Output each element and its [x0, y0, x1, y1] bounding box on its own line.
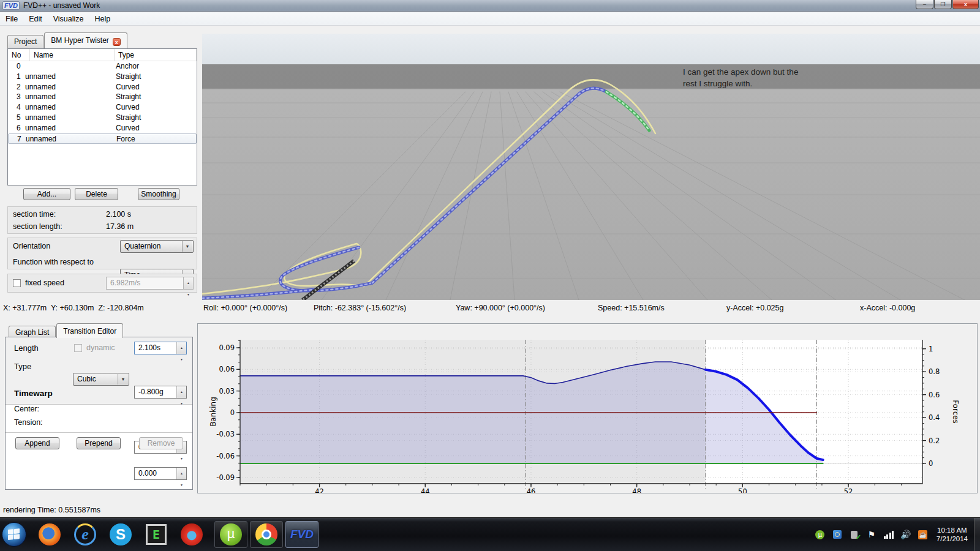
- svg-text:52: 52: [844, 487, 853, 493]
- svg-text:0.03: 0.03: [219, 387, 235, 395]
- menu-bar: FileEditVisualizeHelp: [0, 12, 980, 26]
- y-axis-right-title: Forces: [951, 400, 960, 424]
- table-row[interactable]: 5unnamedStraight: [8, 113, 197, 123]
- tension-input[interactable]: 0.000 ▲▼: [134, 467, 187, 480]
- windows-update-icon[interactable]: [832, 529, 843, 540]
- tab-track[interactable]: BM Hyper Twisterx: [44, 32, 127, 48]
- telemetry-readout: X: +31.777m Y: +60.130m Z: -120.804m Rol…: [0, 301, 980, 316]
- taskbar-button-fvd[interactable]: FVD: [285, 521, 318, 548]
- amount-input[interactable]: -0.800g ▲▼: [134, 386, 187, 399]
- orientation-label: Orientation: [13, 242, 50, 250]
- show-desktop-button[interactable]: [974, 518, 980, 551]
- tab-transition-editor[interactable]: Transition Editor: [56, 323, 123, 338]
- spinner-arrows-icon[interactable]: ▲▼: [176, 342, 186, 354]
- table-row[interactable]: 7unnamedForce: [8, 133, 197, 144]
- svg-text:1: 1: [929, 345, 933, 353]
- usb-eject-icon[interactable]: ✓: [849, 529, 860, 540]
- spinner-arrows-icon[interactable]: ▲▼: [183, 277, 193, 289]
- col-type[interactable]: Type: [115, 49, 197, 61]
- taskbar-button-utorrent[interactable]: µ: [214, 521, 247, 548]
- readout-x-accel: x-Accel: -0.000g: [860, 304, 915, 312]
- col-no[interactable]: No: [8, 49, 30, 61]
- banking-forces-chart: 4244464850520.090.060.030-0.03-0.06-0.09…: [198, 324, 977, 493]
- menu-help[interactable]: Help: [89, 13, 116, 24]
- menu-file[interactable]: File: [0, 13, 23, 24]
- internet-explorer-icon[interactable]: e: [72, 522, 98, 547]
- orientation-box: Orientation Quaternion▼ Function with re…: [7, 238, 197, 269]
- svg-text:50: 50: [738, 487, 747, 493]
- tab-close-icon[interactable]: x: [113, 38, 121, 46]
- table-row[interactable]: 0Anchor: [8, 61, 197, 72]
- torch-browser-icon[interactable]: [179, 522, 205, 547]
- menu-visualize[interactable]: Visualize: [48, 13, 89, 24]
- svg-text:46: 46: [527, 487, 536, 493]
- length-label: Length: [14, 343, 39, 353]
- function-label: Function with respect to: [13, 258, 94, 266]
- fixed-speed-label: fixed speed: [25, 279, 64, 287]
- tab-project[interactable]: Project: [7, 35, 43, 48]
- table-row[interactable]: 4unnamedCurved: [8, 102, 197, 113]
- chevron-down-icon: ▼: [118, 374, 128, 384]
- editor-tab-bar: Graph ListTransition Editor: [9, 323, 124, 338]
- skype-icon[interactable]: S: [108, 522, 134, 547]
- readout-roll: Roll: +0.000° (+0.000°/s): [203, 304, 287, 312]
- clock-time: 10:18 AM: [937, 526, 968, 534]
- readout-position: X: +31.777m Y: +60.130m Z: -120.804m: [3, 304, 144, 312]
- close-button[interactable]: x: [952, 0, 979, 9]
- tension-label: Tension:: [14, 418, 43, 427]
- readout-y-accel: y-Accel: +0.025g: [726, 304, 783, 312]
- menu-edit[interactable]: Edit: [23, 13, 48, 24]
- length-input[interactable]: 2.100s ▲▼: [134, 342, 187, 354]
- restore-button[interactable]: ❐: [934, 0, 952, 9]
- fixed-speed-checkbox[interactable]: [13, 279, 21, 287]
- table-row[interactable]: 2unnamedCurved: [8, 82, 197, 92]
- table-row[interactable]: 3unnamedStraight: [8, 92, 197, 102]
- dynamic-label: dynamic: [86, 343, 115, 352]
- java-update-icon[interactable]: ☕: [918, 529, 929, 540]
- svg-text:0.06: 0.06: [219, 365, 235, 373]
- text-editor-icon[interactable]: E: [143, 522, 169, 547]
- y-axis-left-title: Banking: [209, 397, 217, 427]
- table-row[interactable]: 1unnamedStraight: [8, 72, 197, 82]
- network-signal-icon[interactable]: [883, 529, 894, 540]
- table-row[interactable]: 6unnamedCurved: [8, 123, 197, 133]
- orientation-select[interactable]: Quaternion▼: [120, 240, 194, 253]
- fixed-speed-input[interactable]: 6.982m/s ▲▼: [106, 277, 194, 290]
- viewport-annotation: I can get the apex down but the rest I s…: [683, 66, 854, 89]
- title-bar[interactable]: FVD FVD++ - unsaved Work – ❐ x: [0, 0, 980, 12]
- start-button[interactable]: [1, 522, 27, 547]
- table-header[interactable]: No Name Type: [8, 49, 197, 61]
- dynamic-checkbox[interactable]: [74, 344, 82, 352]
- status-bar: rendering Time: 0.551587ms: [0, 503, 980, 517]
- section-length-label: section length:: [13, 222, 62, 231]
- taskbar-button-chrome[interactable]: [250, 521, 283, 548]
- fixed-speed-box: fixed speed 6.982m/s ▲▼: [7, 274, 197, 293]
- add-button[interactable]: Add...: [23, 188, 70, 200]
- action-center-flag-icon[interactable]: ⚑: [866, 529, 877, 540]
- volume-icon[interactable]: 🔊: [900, 529, 911, 540]
- col-name[interactable]: Name: [30, 49, 115, 61]
- utorrent-tray-icon[interactable]: µ: [815, 529, 826, 540]
- svg-text:0.09: 0.09: [219, 343, 235, 352]
- prepend-button[interactable]: Prepend: [77, 437, 121, 449]
- remove-button[interactable]: Remove: [139, 437, 183, 449]
- firefox-icon[interactable]: [37, 522, 62, 547]
- minimize-button[interactable]: –: [916, 0, 933, 9]
- force-graph-panel[interactable]: 4244464850520.090.060.030-0.03-0.06-0.09…: [197, 323, 978, 493]
- taskbar-clock[interactable]: 10:18 AM 7/21/2014: [937, 526, 968, 543]
- svg-text:0.4: 0.4: [929, 413, 940, 422]
- fvd-application-window: FVD FVD++ - unsaved Work – ❐ x FileEditV…: [0, 0, 980, 551]
- delete-button[interactable]: Delete: [75, 188, 118, 200]
- svg-text:-0.06: -0.06: [216, 452, 235, 460]
- type-select[interactable]: Cubic▼: [73, 373, 129, 386]
- svg-text:0: 0: [929, 459, 933, 468]
- section-list-table[interactable]: No Name Type 0Anchor1unnamedStraight2unn…: [7, 48, 197, 186]
- viewport-3d[interactable]: [202, 34, 980, 300]
- append-button[interactable]: Append: [15, 437, 59, 449]
- type-label: Type: [14, 362, 31, 371]
- smoothing-button[interactable]: Smoothing: [138, 188, 179, 200]
- spinner-arrows-icon[interactable]: ▲▼: [176, 386, 186, 398]
- svg-text:48: 48: [632, 487, 641, 493]
- section-info-box: section time: 2.100 s section length: 17…: [7, 206, 197, 234]
- spinner-arrows-icon[interactable]: ▲▼: [176, 468, 186, 479]
